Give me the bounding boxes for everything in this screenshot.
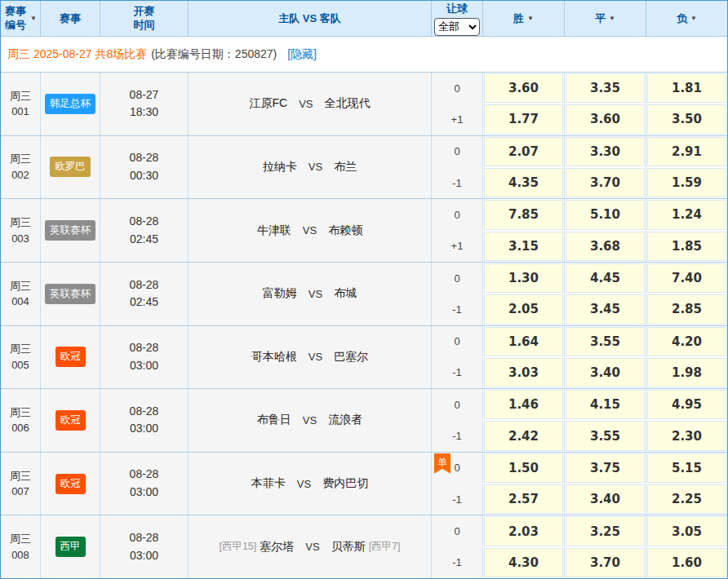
home-team: 牛津联 xyxy=(257,223,291,238)
column-header-win[interactable]: 胜▼ xyxy=(483,1,565,36)
filter-arrow-icon[interactable]: ▼ xyxy=(527,15,534,22)
lose-odds[interactable]: 4.20 xyxy=(647,327,726,356)
lose-odds[interactable]: 3.50 xyxy=(647,104,726,134)
match-row: 周三001 韩足总杯 08-2718:30 江原FCVS全北现代 0+1 3.6… xyxy=(1,73,727,136)
vs-label: VS xyxy=(303,224,317,236)
column-header-time: 开赛时间 xyxy=(100,1,189,36)
win-odds[interactable]: 2.42 xyxy=(484,421,563,450)
teams-cell: 富勒姆VS布城 xyxy=(189,263,432,325)
lose-odds[interactable]: 1.24 xyxy=(647,200,726,229)
draw-odds[interactable]: 3.75 xyxy=(566,453,645,483)
column-header-handicap: 让球 全部 xyxy=(432,1,483,36)
handicap-filter-select[interactable]: 全部 xyxy=(434,18,480,36)
win-odds[interactable]: 1.50 xyxy=(484,453,563,483)
lose-odds[interactable]: 7.40 xyxy=(647,263,726,293)
lose-odds[interactable]: 5.15 xyxy=(647,453,726,483)
away-team: 流浪者 xyxy=(328,413,362,427)
vs-label: VS xyxy=(309,161,322,173)
vs-label: VS xyxy=(303,414,317,427)
match-id: 周三008 xyxy=(1,515,41,578)
league-cell: 英联赛杯 xyxy=(41,263,100,325)
draw-odds[interactable]: 3.55 xyxy=(566,327,645,356)
win-odds[interactable]: 2.07 xyxy=(484,137,563,166)
match-id: 周三002 xyxy=(1,136,41,199)
lose-odds-column: 7.402.85 xyxy=(646,263,727,325)
kickoff-time: 08-2800:30 xyxy=(100,136,189,199)
draw-odds[interactable]: 4.45 xyxy=(566,263,645,293)
handicap-value: -1 xyxy=(432,357,482,388)
draw-odds[interactable]: 3.40 xyxy=(566,358,645,387)
lose-odds[interactable]: 3.05 xyxy=(647,516,726,546)
date-info: 周三 2025-08-27 共8场比赛 xyxy=(7,47,147,62)
draw-odds[interactable]: 3.55 xyxy=(566,421,645,450)
lose-odds[interactable]: 4.95 xyxy=(647,390,726,419)
column-header-teams: 主队 VS 客队 xyxy=(189,1,432,36)
draw-odds[interactable]: 3.45 xyxy=(566,294,645,324)
draw-odds[interactable]: 3.68 xyxy=(566,232,645,261)
draw-odds[interactable]: 5.10 xyxy=(566,200,645,229)
lose-odds[interactable]: 1.81 xyxy=(647,73,726,103)
win-odds[interactable]: 1.46 xyxy=(484,390,563,419)
win-odds[interactable]: 3.60 xyxy=(484,73,563,103)
date-subheader: 周三 2025-08-27 共8场比赛 (比赛编号日期：250827) [隐藏] xyxy=(1,37,727,73)
draw-odds-column: 3.353.60 xyxy=(565,73,646,135)
filter-arrow-icon[interactable]: ▼ xyxy=(690,15,697,22)
win-odds[interactable]: 2.05 xyxy=(484,294,563,324)
handicap-cell: 0-1 xyxy=(432,263,483,325)
lose-odds-column: 4.201.98 xyxy=(646,326,727,389)
match-row: 周三006 欧冠 08-2803:00 布鲁日VS流浪者 0-1 1.462.4… xyxy=(1,389,727,453)
draw-odds[interactable]: 3.40 xyxy=(566,484,645,514)
column-header-draw[interactable]: 平▼ xyxy=(565,1,646,36)
win-odds[interactable]: 7.85 xyxy=(484,200,563,229)
lose-odds[interactable]: 2.25 xyxy=(647,484,726,514)
home-team: 拉纳卡 xyxy=(263,160,297,175)
draw-odds[interactable]: 3.25 xyxy=(566,516,645,546)
draw-odds[interactable]: 3.35 xyxy=(566,73,645,103)
draw-odds[interactable]: 3.30 xyxy=(566,137,645,166)
lose-odds[interactable]: 1.59 xyxy=(647,168,726,197)
away-team: 布城 xyxy=(334,286,357,301)
handicap-cell: 0+1 xyxy=(432,73,483,135)
lose-odds[interactable]: 2.85 xyxy=(647,294,726,324)
league-badge: 西甲 xyxy=(55,537,86,557)
lose-odds[interactable]: 1.98 xyxy=(647,358,726,387)
lose-odds[interactable]: 1.85 xyxy=(647,232,726,261)
draw-odds[interactable]: 4.15 xyxy=(566,390,645,419)
win-odds-column: 2.074.35 xyxy=(483,136,565,199)
lose-odds[interactable]: 2.30 xyxy=(647,421,726,450)
draw-odds[interactable]: 3.60 xyxy=(566,104,645,134)
lose-odds[interactable]: 2.91 xyxy=(647,137,726,166)
lose-odds-column: 1.241.85 xyxy=(646,199,727,262)
home-team: 布鲁日 xyxy=(257,413,291,427)
win-odds-column: 1.643.03 xyxy=(483,326,565,389)
odds-table: 赛事编号▼ 赛事 开赛时间 主队 VS 客队 让球 全部 胜▼ 平▼ 负▼ 周三… xyxy=(0,0,728,579)
handicap-value: 0 xyxy=(432,199,482,230)
draw-odds[interactable]: 3.70 xyxy=(566,168,645,197)
win-odds[interactable]: 2.03 xyxy=(484,516,563,546)
win-odds[interactable]: 4.30 xyxy=(484,548,563,577)
vs-label: VS xyxy=(309,288,322,300)
win-odds[interactable]: 4.35 xyxy=(484,168,563,197)
lose-odds[interactable]: 1.60 xyxy=(647,548,726,577)
sort-arrow-icon[interactable]: ▼ xyxy=(30,15,37,22)
column-header-match-number[interactable]: 赛事编号▼ xyxy=(1,1,41,36)
win-odds[interactable]: 3.03 xyxy=(484,358,563,387)
teams-cell: [西甲15]塞尔塔VS贝蒂斯[西甲7] xyxy=(189,515,432,578)
match-id-date-info: (比赛编号日期：250827) xyxy=(151,47,277,62)
handicap-value: 0 xyxy=(432,263,482,294)
column-header-lose[interactable]: 负▼ xyxy=(646,1,727,36)
league-cell: 欧罗巴 xyxy=(41,136,100,199)
win-odds[interactable]: 1.64 xyxy=(484,327,563,356)
win-odds[interactable]: 3.15 xyxy=(484,232,563,261)
win-odds[interactable]: 1.30 xyxy=(484,263,563,293)
home-rank: [西甲15] xyxy=(219,540,256,554)
win-odds[interactable]: 1.77 xyxy=(484,104,563,134)
win-odds[interactable]: 2.57 xyxy=(484,484,563,514)
league-cell: 英联赛杯 xyxy=(41,199,100,262)
handicap-value: -1 xyxy=(432,420,482,451)
draw-odds-column: 3.253.70 xyxy=(565,515,646,578)
draw-odds[interactable]: 3.70 xyxy=(566,548,645,577)
filter-arrow-icon[interactable]: ▼ xyxy=(609,15,615,22)
kickoff-time: 08-2718:30 xyxy=(100,73,189,135)
hide-link[interactable]: [隐藏] xyxy=(287,47,317,62)
